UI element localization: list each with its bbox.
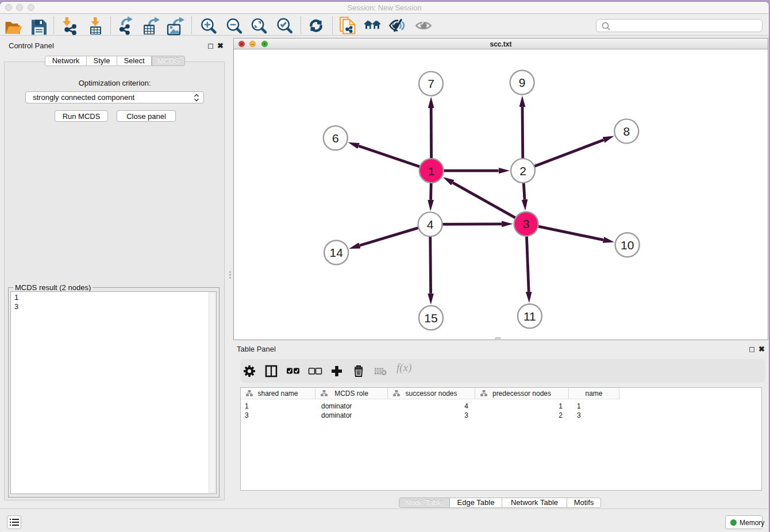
- svg-text:10: 10: [621, 238, 634, 252]
- svg-text:11: 11: [523, 310, 536, 323]
- svg-text:14: 14: [330, 246, 344, 259]
- svg-text:7: 7: [428, 77, 434, 90]
- svg-text:1: 1: [428, 164, 435, 178]
- svg-text:4: 4: [427, 218, 434, 231]
- svg-text:2: 2: [519, 164, 526, 178]
- svg-text:9: 9: [519, 76, 526, 89]
- svg-text:3: 3: [523, 217, 530, 230]
- svg-text:15: 15: [424, 311, 437, 325]
- svg-text:8: 8: [623, 125, 630, 138]
- svg-text:6: 6: [332, 132, 339, 145]
